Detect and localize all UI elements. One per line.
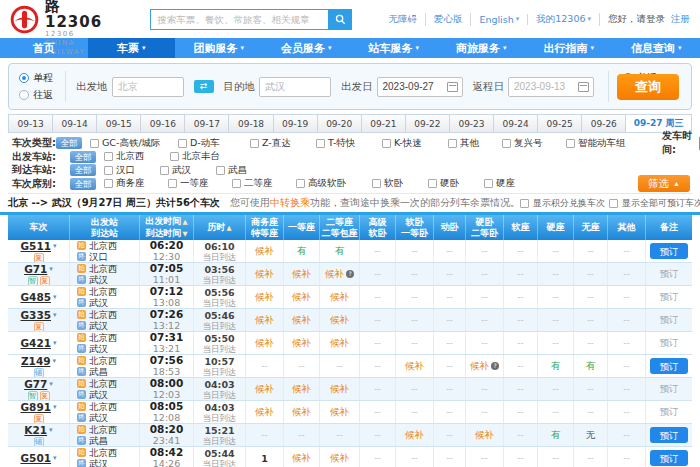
- filter-option-汉口[interactable]: 汉口: [104, 164, 160, 177]
- date-tab-09-15[interactable]: 09-15: [97, 115, 141, 132]
- filter-all-button[interactable]: 全部: [56, 137, 82, 149]
- filter-option-其他[interactable]: 其他: [448, 137, 502, 150]
- date-tab-09-20[interactable]: 09-20: [318, 115, 362, 132]
- train-number-link[interactable]: G421: [20, 337, 51, 349]
- date-tab-09-16[interactable]: 09-16: [141, 115, 185, 132]
- search-button[interactable]: [328, 9, 352, 30]
- nav-item-商旅服务[interactable]: 商旅服务▾: [438, 38, 526, 58]
- column-header[interactable]: 动卧: [434, 215, 466, 240]
- points-exchange-checkbox[interactable]: [520, 199, 529, 208]
- filter-option-T-特快[interactable]: T-特快: [316, 137, 382, 150]
- nav-item-团购服务[interactable]: 团购服务▾: [175, 38, 263, 58]
- calendar-icon[interactable]: [447, 82, 458, 92]
- book-button[interactable]: 预订: [650, 358, 688, 374]
- chevron-down-icon[interactable]: ▾: [49, 265, 53, 273]
- chevron-down-icon[interactable]: ▾: [53, 339, 57, 347]
- date-tab-09-24[interactable]: 09-24: [494, 115, 538, 132]
- top-link-爱心版[interactable]: 爱心版: [426, 13, 472, 26]
- filter-option-Z-直达[interactable]: Z-直达: [250, 137, 316, 150]
- train-number-link[interactable]: Z149: [21, 355, 51, 367]
- transfer-link[interactable]: 中转换乘: [270, 197, 310, 208]
- filter-option-硬座[interactable]: 硬座: [484, 177, 540, 190]
- greeting-text[interactable]: 您好，请登录: [600, 13, 665, 26]
- filter-option-高级软卧[interactable]: 高级软卧: [296, 177, 372, 190]
- date-tab-09-23[interactable]: 09-23: [450, 115, 494, 132]
- column-header[interactable]: 软卧一等卧: [396, 215, 434, 240]
- filter-option-二等座[interactable]: 二等座: [232, 177, 296, 190]
- filter-option-GC-高铁/城际[interactable]: GC-高铁/城际: [90, 137, 178, 150]
- chevron-down-icon[interactable]: ▾: [53, 403, 57, 411]
- column-header[interactable]: 硬座: [538, 215, 574, 240]
- train-number-link[interactable]: G485: [20, 291, 51, 303]
- date-tab-09-18[interactable]: 09-18: [229, 115, 273, 132]
- filter-option-商务座[interactable]: 商务座: [104, 177, 168, 190]
- chevron-down-icon[interactable]: ▾: [53, 357, 57, 365]
- chevron-down-icon[interactable]: ▾: [49, 380, 53, 388]
- train-number-link[interactable]: G71: [24, 263, 47, 275]
- filter-option-武汉[interactable]: 武汉: [160, 164, 216, 177]
- filter-option-武昌[interactable]: 武昌: [216, 164, 272, 177]
- trip-type-往返[interactable]: 往返: [19, 88, 53, 102]
- column-header[interactable]: 硬卧二等卧: [466, 215, 504, 240]
- filter-option-K-快速[interactable]: K-快速: [382, 137, 448, 150]
- book-button[interactable]: 预订: [650, 243, 688, 259]
- trip-type-单程[interactable]: 单程: [19, 71, 53, 85]
- book-button[interactable]: 预订: [650, 427, 688, 443]
- train-number-link[interactable]: G891: [20, 401, 51, 413]
- nav-item-会员服务[interactable]: 会员服务▾: [263, 38, 351, 58]
- filter-option-智能动车组[interactable]: 智能动车组: [566, 137, 662, 150]
- column-header[interactable]: 二等座二等包座: [320, 215, 360, 240]
- chevron-down-icon[interactable]: ▾: [53, 293, 57, 301]
- column-header[interactable]: 备注: [646, 215, 692, 240]
- date-tab-09-25[interactable]: 09-25: [538, 115, 582, 132]
- from-input[interactable]: [113, 78, 183, 96]
- column-header[interactable]: 车次: [8, 215, 70, 240]
- train-number-link[interactable]: K21: [24, 424, 47, 436]
- date-tab-09-26[interactable]: 09-26: [582, 115, 626, 132]
- search-input[interactable]: [150, 9, 328, 30]
- top-link-我的12306[interactable]: 我的12306▾: [528, 13, 600, 26]
- query-button[interactable]: 查询: [617, 74, 679, 100]
- train-number-link[interactable]: G511: [20, 240, 51, 252]
- filter-option-北京丰台[interactable]: 北京丰台: [170, 150, 248, 163]
- column-header[interactable]: 出发时间▲到达时间▼: [140, 215, 194, 240]
- filter-all-button[interactable]: 全部: [70, 178, 96, 190]
- column-header[interactable]: 一等座: [284, 215, 320, 240]
- return-date-input[interactable]: [509, 78, 578, 96]
- chevron-down-icon[interactable]: ▾: [53, 454, 57, 462]
- date-tab-09-22[interactable]: 09-22: [406, 115, 450, 132]
- filter-option-硬卧[interactable]: 硬卧: [428, 177, 484, 190]
- column-header[interactable]: 无座: [574, 215, 608, 240]
- chevron-down-icon[interactable]: ▾: [53, 242, 57, 250]
- register-link[interactable]: 注册: [665, 13, 690, 26]
- nav-item-出行指南[interactable]: 出行指南▾: [525, 38, 613, 58]
- date-tab-09-13[interactable]: 09-13: [9, 115, 53, 132]
- column-header[interactable]: 其他: [608, 215, 646, 240]
- chevron-down-icon[interactable]: ▾: [53, 311, 57, 319]
- column-header[interactable]: 软座: [504, 215, 538, 240]
- column-header[interactable]: 出发站到达站: [70, 215, 140, 240]
- train-number-link[interactable]: G501: [20, 452, 51, 464]
- filter-all-button[interactable]: 全部: [70, 151, 96, 163]
- column-header[interactable]: 高级软卧: [360, 215, 396, 240]
- filter-apply-button[interactable]: 筛选 ▲: [638, 175, 690, 192]
- swap-stations-icon[interactable]: ⇄: [194, 80, 214, 93]
- column-header[interactable]: 历时▲: [194, 215, 246, 240]
- filter-option-复兴号[interactable]: 复兴号: [502, 137, 566, 150]
- nav-item-信息查询[interactable]: 信息查询▾: [613, 38, 700, 58]
- filter-option-北京西[interactable]: 北京西: [104, 150, 170, 163]
- date-tab-09-14[interactable]: 09-14: [53, 115, 97, 132]
- book-button[interactable]: 预订: [650, 450, 688, 466]
- date-tab-09-17[interactable]: 09-17: [185, 115, 229, 132]
- top-link-无障碍[interactable]: 无障碍: [380, 13, 426, 26]
- date-tab-09-19[interactable]: 09-19: [274, 115, 318, 132]
- filter-option-一等座[interactable]: 一等座: [168, 177, 232, 190]
- filter-all-button[interactable]: 全部: [70, 164, 96, 176]
- chevron-down-icon[interactable]: ▾: [49, 426, 53, 434]
- filter-option-软卧[interactable]: 软卧: [372, 177, 428, 190]
- depart-date-input[interactable]: [378, 78, 447, 96]
- nav-item-首页[interactable]: 首页: [0, 38, 88, 58]
- column-header[interactable]: 商务座特等座: [246, 215, 284, 240]
- train-number-link[interactable]: G335: [20, 309, 51, 321]
- top-link-English[interactable]: English▾: [471, 14, 528, 25]
